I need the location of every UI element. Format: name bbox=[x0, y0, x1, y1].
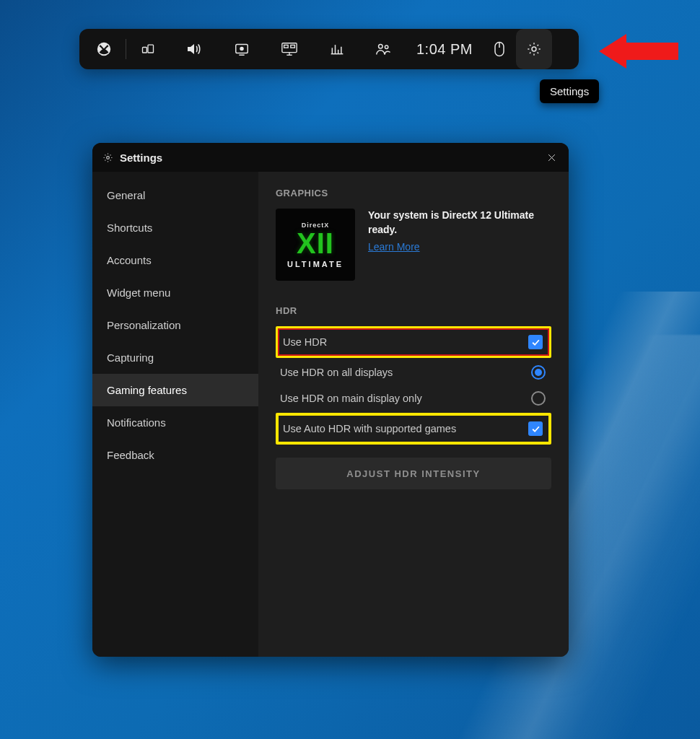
directx-status-text: Your system is DirectX 12 Ultimate ready… bbox=[368, 209, 551, 237]
toolbar-divider bbox=[126, 39, 126, 59]
adjust-hdr-intensity-button[interactable]: ADJUST HDR INTENSITY bbox=[276, 458, 551, 489]
graphics-heading: GRAPHICS bbox=[276, 188, 551, 198]
sidebar-item-notifications[interactable]: Notifications bbox=[92, 406, 258, 439]
svg-rect-7 bbox=[284, 45, 289, 48]
settings-title: Settings bbox=[120, 152, 162, 164]
svg-rect-1 bbox=[143, 48, 147, 53]
highlight-auto-hdr: Use Auto HDR with supported games bbox=[276, 413, 551, 445]
sidebar-item-shortcuts[interactable]: Shortcuts bbox=[92, 211, 258, 244]
settings-button[interactable] bbox=[516, 29, 552, 69]
settings-titlebar: Settings bbox=[92, 143, 569, 172]
svg-rect-2 bbox=[148, 45, 154, 53]
svg-rect-8 bbox=[291, 45, 295, 48]
hdr-main-display-radio[interactable] bbox=[531, 391, 546, 406]
annotation-arrow bbox=[599, 32, 678, 70]
settings-content: GRAPHICS DirectX XII ULTIMATE Your syste… bbox=[258, 172, 569, 657]
social-icon[interactable] bbox=[360, 29, 406, 69]
svg-point-17 bbox=[385, 45, 388, 48]
sidebar-item-accounts[interactable]: Accounts bbox=[92, 244, 258, 276]
highlight-use-hdr: Use HDR bbox=[276, 326, 551, 358]
xbox-icon[interactable] bbox=[84, 29, 124, 69]
sidebar-item-gaming-features[interactable]: Gaming features bbox=[92, 374, 258, 406]
mouse-icon[interactable] bbox=[483, 29, 516, 69]
hdr-heading: HDR bbox=[276, 305, 551, 316]
hdr-all-displays-radio[interactable] bbox=[531, 365, 546, 380]
close-button[interactable] bbox=[538, 144, 564, 170]
display-icon[interactable] bbox=[265, 29, 314, 69]
hdr-all-displays-label: Use HDR on all displays bbox=[280, 367, 393, 378]
use-hdr-checkbox[interactable] bbox=[528, 335, 543, 349]
gear-icon bbox=[102, 152, 114, 163]
sidebar-item-feedback[interactable]: Feedback bbox=[92, 439, 258, 471]
auto-hdr-checkbox[interactable] bbox=[528, 421, 543, 436]
directx-tile-logo: XII bbox=[297, 229, 334, 258]
performance-icon[interactable] bbox=[314, 29, 360, 69]
gamebar-clock: 1:04 PM bbox=[406, 41, 483, 58]
settings-tooltip: Settings bbox=[540, 79, 599, 103]
sidebar-item-personalization[interactable]: Personalization bbox=[92, 309, 258, 341]
svg-point-20 bbox=[532, 47, 536, 51]
settings-window: Settings General Shortcuts Accounts Widg… bbox=[92, 143, 569, 657]
sidebar-item-capturing[interactable]: Capturing bbox=[92, 341, 258, 374]
auto-hdr-label: Use Auto HDR with supported games bbox=[283, 423, 456, 434]
svg-point-16 bbox=[379, 45, 383, 49]
audio-icon[interactable] bbox=[168, 29, 219, 69]
svg-point-4 bbox=[240, 48, 243, 51]
learn-more-link[interactable]: Learn More bbox=[368, 241, 420, 253]
directx-tile-bottom: ULTIMATE bbox=[287, 260, 344, 268]
widgets-icon[interactable] bbox=[128, 29, 168, 69]
sidebar-item-widget-menu[interactable]: Widget menu bbox=[92, 276, 258, 309]
svg-marker-21 bbox=[599, 34, 678, 69]
svg-point-22 bbox=[107, 156, 110, 159]
settings-sidebar: General Shortcuts Accounts Widget menu P… bbox=[92, 172, 258, 657]
xbox-gamebar-toolbar: 1:04 PM bbox=[79, 29, 579, 69]
use-hdr-label: Use HDR bbox=[283, 336, 327, 348]
sidebar-item-general[interactable]: General bbox=[92, 179, 258, 211]
directx-ultimate-tile: DirectX XII ULTIMATE bbox=[276, 209, 355, 281]
hdr-main-display-label: Use HDR on main display only bbox=[280, 393, 422, 404]
capture-icon[interactable] bbox=[219, 29, 265, 69]
